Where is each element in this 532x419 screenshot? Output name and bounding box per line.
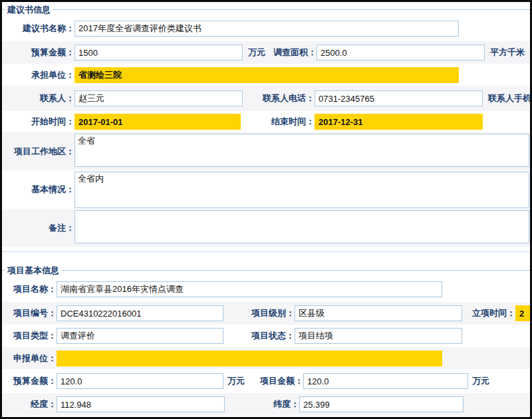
- declare-unit-row: 申报单位：: [2, 347, 530, 369]
- proposal-budget-label: 预算金额：: [2, 47, 74, 59]
- survey-area-unit: 平方千米: [490, 47, 525, 59]
- start-time-label: 开始时间：: [2, 116, 74, 128]
- coordinate-row: 经度： 纬度：: [2, 393, 530, 416]
- project-level-input[interactable]: [295, 305, 462, 321]
- project-name-row: 项目名称：: [2, 277, 530, 302]
- project-amount-label: 项目金额：: [246, 375, 303, 387]
- undertaker-label: 承担单位：: [2, 69, 74, 81]
- basic-info-textarea[interactable]: 全省内: [74, 172, 529, 208]
- project-status-input[interactable]: [295, 328, 462, 344]
- project-budget-unit: 万元: [223, 375, 246, 387]
- proposal-section-title: 建议书信息: [2, 3, 530, 16]
- project-type-row: 项目类型： 项目状态：: [2, 325, 530, 347]
- remark-textarea[interactable]: [74, 210, 529, 243]
- project-amount-input[interactable]: [303, 373, 468, 389]
- work-area-row: 项目工作地区： 全省: [2, 132, 530, 170]
- project-name-label: 项目名称：: [2, 283, 57, 295]
- end-time-label: 结束时间：: [241, 116, 315, 128]
- latitude-label: 纬度：: [225, 398, 299, 410]
- project-type-input[interactable]: [57, 328, 223, 344]
- survey-area-label: 调查面积：: [267, 47, 317, 59]
- project-budget-row: 预算金额： 万元 项目金额： 万元: [2, 369, 530, 393]
- project-code-label: 项目编号：: [2, 307, 57, 319]
- window-frame: 建议书信息 建议书名称： 预算金额： 万元 调查面积： 平方千米 承担单位： 联…: [0, 0, 532, 419]
- longitude-label: 经度：: [2, 398, 57, 410]
- project-status-label: 项目状态：: [223, 330, 295, 342]
- latitude-input[interactable]: [299, 396, 464, 412]
- contact-phone-label: 联系人电话：: [243, 92, 315, 104]
- time-row: 开始时间： 结束时间：: [2, 111, 530, 132]
- work-area-label: 项目工作地区：: [2, 146, 74, 158]
- survey-area-input[interactable]: [317, 45, 485, 61]
- proposal-section-title-text: 建议书信息: [7, 4, 51, 16]
- contact-mobile-label: 联系人手机: [488, 92, 530, 104]
- proposal-name-input[interactable]: [74, 21, 459, 37]
- undertaker-input[interactable]: [74, 67, 459, 83]
- contact-input[interactable]: [74, 90, 243, 106]
- declare-unit-label: 申报单位：: [2, 352, 57, 364]
- proposal-budget-unit: 万元: [243, 47, 267, 59]
- approval-time-input[interactable]: [515, 305, 530, 321]
- work-area-textarea[interactable]: 全省: [74, 134, 529, 167]
- proposal-name-row: 建议书名称：: [2, 16, 530, 41]
- declare-unit-input[interactable]: [57, 350, 442, 366]
- contact-phone-input[interactable]: [315, 90, 483, 106]
- basic-info-row: 基本情况： 全省内: [2, 170, 530, 209]
- undertaker-row: 承担单位：: [2, 64, 530, 86]
- project-budget-label: 预算金额：: [2, 375, 57, 387]
- proposal-name-label: 建议书名称：: [2, 23, 74, 35]
- contact-row: 联系人： 联系人电话： 联系人手机: [2, 86, 530, 111]
- proposal-budget-row: 预算金额： 万元 调查面积： 平方千米: [2, 41, 530, 64]
- project-name-input[interactable]: [57, 281, 442, 297]
- project-code-row: 项目编号： 项目级别： 立项时间：: [2, 302, 530, 325]
- project-code-input[interactable]: [57, 305, 223, 321]
- contact-label: 联系人：: [2, 92, 74, 104]
- remark-label: 备注：: [2, 222, 74, 234]
- section-divider: [2, 251, 530, 252]
- project-section-title-text: 项目基本信息: [7, 265, 59, 277]
- form-page: 建议书信息 建议书名称： 预算金额： 万元 调查面积： 平方千米 承担单位： 联…: [2, 2, 530, 417]
- start-time-input[interactable]: [74, 114, 241, 130]
- end-time-input[interactable]: [315, 114, 483, 130]
- basic-info-label: 基本情况：: [2, 184, 74, 196]
- project-amount-unit: 万元: [472, 375, 489, 387]
- project-level-label: 项目级别：: [223, 307, 295, 319]
- project-section-title: 项目基本信息: [2, 264, 530, 277]
- approval-time-label: 立项时间：: [462, 307, 515, 319]
- proposal-budget-input[interactable]: [74, 45, 243, 61]
- project-type-label: 项目类型：: [2, 330, 57, 342]
- project-budget-input[interactable]: [57, 373, 223, 389]
- remark-row: 备注：: [2, 209, 530, 247]
- longitude-input[interactable]: [57, 396, 225, 412]
